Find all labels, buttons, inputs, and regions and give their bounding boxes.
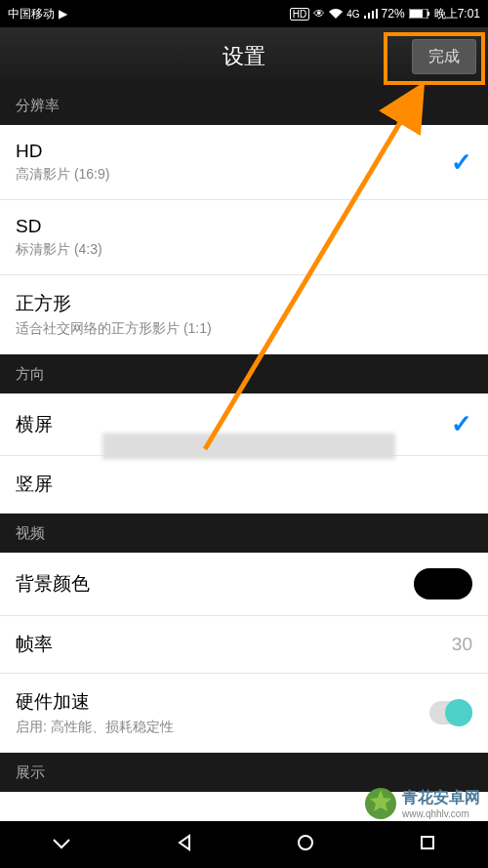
option-title: 竖屏 [16,472,53,497]
checkmark-icon: ✓ [451,147,472,178]
video-frame-rate[interactable]: 帧率 30 [0,616,488,674]
svg-rect-1 [410,10,423,18]
option-title: 横屏 [16,412,53,437]
censored-region [102,434,395,459]
section-header-resolution: 分辨率 [0,86,488,125]
section-header-video: 视频 [0,514,488,553]
nav-recent-icon[interactable] [419,834,436,855]
page-title: 设置 [223,42,265,71]
status-bar: 中国移动 ▶ HD 👁 4G 72% 晚上7:01 [0,0,488,27]
frame-rate-value: 30 [452,634,472,655]
section-header-orientation: 方向 [0,354,488,393]
resolution-option-sd[interactable]: SD 标清影片 (4:3) [0,200,488,275]
svg-point-3 [299,836,312,849]
option-title: HD [16,141,109,162]
option-subtitle: 高清影片 (16:9) [16,166,109,184]
resolution-option-square[interactable]: 正方形 适合社交网络的正方形影片 (1:1) [0,275,488,354]
watermark: 青花安卓网 www.qhhlv.com [363,786,480,821]
hd-badge: HD [290,8,309,21]
video-bg-color[interactable]: 背景颜色 [0,553,488,616]
battery-percent: 72% [382,7,405,21]
time-label: 晚上7:01 [434,6,480,22]
watermark-logo-icon [363,786,398,821]
signal-icon [364,9,378,19]
svg-rect-4 [422,837,433,848]
option-title: 硬件加速 [16,689,174,715]
hw-accel-toggle[interactable] [429,701,472,724]
watermark-title: 青花安卓网 [402,788,480,808]
nav-dropdown-icon[interactable] [52,836,71,853]
svg-rect-2 [427,12,429,16]
battery-icon [409,9,430,19]
android-nav-bar [0,821,488,868]
watermark-url: www.qhhlv.com [402,808,480,819]
option-subtitle: 适合社交网络的正方形影片 (1:1) [16,320,212,338]
option-subtitle: 标清影片 (4:3) [16,241,102,259]
carrier-label: 中国移动 [8,6,55,22]
option-title: 背景颜色 [16,571,90,597]
network-4g: 4G [346,9,359,20]
nav-home-icon[interactable] [297,834,314,855]
color-swatch [414,568,472,599]
done-button[interactable]: 完成 [412,39,476,74]
option-subtitle: 启用: 高性能、损耗稳定性 [16,719,174,736]
option-title: 正方形 [16,291,212,316]
orientation-option-portrait[interactable]: 竖屏 [0,456,488,514]
wifi-icon [329,9,343,19]
app-header: 设置 完成 [0,27,488,86]
play-icon: ▶ [59,7,67,21]
nav-back-icon[interactable] [176,834,193,855]
option-title: 帧率 [16,632,53,657]
video-hw-accel[interactable]: 硬件加速 启用: 高性能、损耗稳定性 [0,674,488,753]
checkmark-icon: ✓ [451,409,472,439]
resolution-option-hd[interactable]: HD 高清影片 (16:9) ✓ [0,125,488,200]
option-title: SD [16,216,102,237]
eye-icon: 👁 [313,7,325,21]
